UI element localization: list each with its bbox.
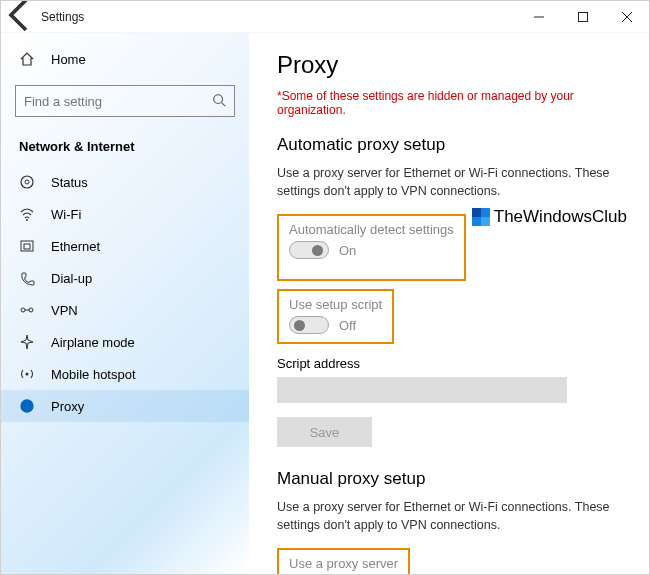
svg-point-2: [214, 94, 223, 103]
org-warning: *Some of these settings are hidden or ma…: [277, 89, 621, 117]
auto-proxy-desc: Use a proxy server for Ethernet or Wi-Fi…: [277, 165, 621, 200]
proxy-icon: [19, 398, 37, 414]
svg-rect-1: [579, 12, 588, 21]
auto-detect-state: On: [339, 243, 356, 258]
search-icon: [212, 93, 226, 110]
sidebar-item-wifi[interactable]: Wi-Fi: [1, 198, 249, 230]
sidebar-section-heading: Network & Internet: [1, 131, 249, 166]
maximize-button[interactable]: [561, 1, 605, 33]
watermark-text: TheWindowsClub: [494, 207, 627, 227]
sidebar-home-label: Home: [51, 52, 86, 67]
ethernet-icon: [19, 238, 37, 254]
save-button[interactable]: Save: [277, 417, 372, 447]
close-button[interactable]: [605, 1, 649, 33]
svg-rect-8: [24, 244, 30, 249]
svg-line-3: [222, 102, 226, 106]
wifi-icon: [19, 206, 37, 222]
highlight-box: Use a proxy server Off: [277, 548, 410, 574]
title-bar: Settings: [1, 1, 649, 33]
window-title: Settings: [41, 10, 84, 24]
setup-script-toggle[interactable]: [289, 316, 329, 334]
auto-proxy-heading: Automatic proxy setup: [277, 135, 621, 155]
sidebar-item-hotspot[interactable]: Mobile hotspot: [1, 358, 249, 390]
setup-script-label: Use setup script: [289, 297, 382, 312]
hotspot-icon: [19, 366, 37, 382]
page-title: Proxy: [277, 51, 621, 79]
sidebar-item-label: Mobile hotspot: [51, 367, 136, 382]
sidebar-item-label: Dial-up: [51, 271, 92, 286]
svg-point-10: [29, 308, 33, 312]
highlight-box: Use setup script Off: [277, 289, 394, 344]
sidebar-item-label: Status: [51, 175, 88, 190]
script-address-label: Script address: [277, 356, 621, 371]
sidebar-item-vpn[interactable]: VPN: [1, 294, 249, 326]
setup-script-state: Off: [339, 318, 356, 333]
watermark: TheWindowsClub: [472, 207, 627, 227]
dialup-icon: [19, 270, 37, 286]
highlight-box: Automatically detect settings On: [277, 214, 466, 281]
windows-logo-icon: [472, 208, 490, 226]
auto-detect-label: Automatically detect settings: [289, 222, 454, 237]
svg-point-4: [21, 176, 33, 188]
status-icon: [19, 174, 37, 190]
svg-point-12: [26, 373, 29, 376]
minimize-button[interactable]: [517, 1, 561, 33]
script-address-input[interactable]: [277, 377, 567, 403]
manual-proxy-heading: Manual proxy setup: [277, 469, 621, 489]
sidebar-item-label: Wi-Fi: [51, 207, 81, 222]
sidebar-item-label: Airplane mode: [51, 335, 135, 350]
airplane-icon: [19, 334, 37, 350]
vpn-icon: [19, 302, 37, 318]
search-box[interactable]: [15, 85, 235, 117]
sidebar-home[interactable]: Home: [1, 43, 249, 75]
use-proxy-label: Use a proxy server: [289, 556, 398, 571]
sidebar-item-ethernet[interactable]: Ethernet: [1, 230, 249, 262]
sidebar-item-airplane[interactable]: Airplane mode: [1, 326, 249, 358]
svg-point-6: [26, 219, 28, 221]
sidebar-item-label: VPN: [51, 303, 78, 318]
manual-proxy-desc: Use a proxy server for Ethernet or Wi-Fi…: [277, 499, 621, 534]
svg-point-5: [25, 180, 29, 184]
sidebar-item-proxy[interactable]: Proxy: [1, 390, 249, 422]
search-input[interactable]: [24, 94, 212, 109]
home-icon: [19, 51, 37, 67]
sidebar-item-label: Ethernet: [51, 239, 100, 254]
svg-point-9: [21, 308, 25, 312]
sidebar-item-status[interactable]: Status: [1, 166, 249, 198]
sidebar-item-label: Proxy: [51, 399, 84, 414]
auto-detect-toggle[interactable]: [289, 241, 329, 259]
sidebar-item-dialup[interactable]: Dial-up: [1, 262, 249, 294]
main-content: Proxy *Some of these settings are hidden…: [249, 33, 649, 574]
sidebar: Home Network & Internet Status Wi-Fi Eth…: [1, 33, 249, 574]
